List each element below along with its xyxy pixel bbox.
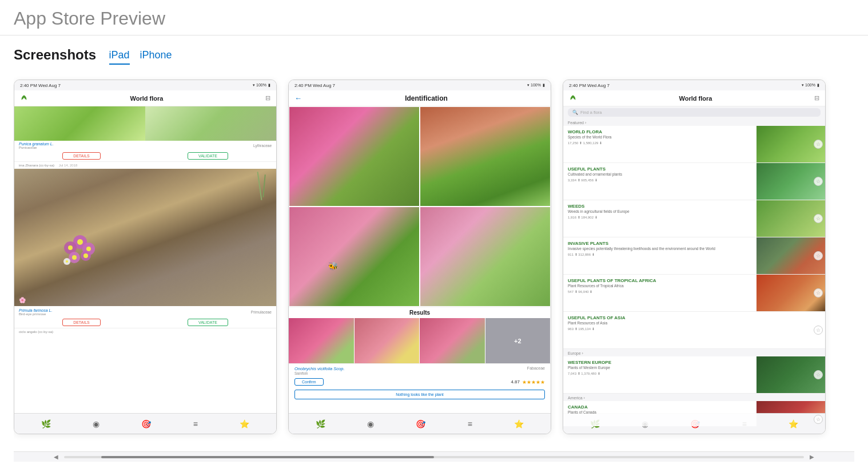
- flora-name-1: USEFUL PLANTS: [568, 166, 752, 172]
- nav-icon-plant[interactable]: 🌿: [41, 419, 51, 429]
- nav2-icon-star[interactable]: ⭐: [514, 419, 524, 429]
- plant2-name: Primula farinosa L.: [19, 308, 52, 312]
- svg-point-1: [77, 239, 83, 245]
- photo-credit-2: ciclo angelo (cc-by-sa): [19, 330, 53, 334]
- page-header: App Store Preview: [0, 0, 868, 35]
- photo-grid: 🐝: [289, 106, 551, 307]
- nav-icon-circle[interactable]: ◉: [93, 419, 99, 429]
- plant1-name: Punica granatum L.: [19, 142, 54, 146]
- flora-desc-4: Plant Resources of Tropical Africa: [568, 284, 752, 288]
- status-time-2: 2:40 PM Wed Aug 7: [294, 83, 335, 88]
- flora-stats-3: 911 ⬆ 312,886 ⬇: [568, 252, 752, 256]
- status-bar-2: 2:40 PM Wed Aug 7 ▾ 100% ▮: [289, 80, 551, 90]
- flora-desc-6: Plants of Western Europe: [568, 366, 752, 370]
- flora-star-4[interactable]: ☆: [814, 288, 823, 298]
- confirm-button[interactable]: Confirm: [294, 378, 324, 386]
- nav2-icon-list[interactable]: ≡: [468, 419, 472, 429]
- status-time-3: 2:40 PM Wed Aug 7: [569, 83, 610, 88]
- svg-point-7: [72, 255, 77, 260]
- search-box[interactable]: 🔍 Find a flora: [568, 108, 821, 117]
- svg-point-5: [86, 247, 91, 251]
- flora-stats-4: 547 ⬆ 96,040 ⬇: [568, 289, 752, 293]
- tab-iphone[interactable]: iPhone: [140, 49, 172, 65]
- flora-star-5[interactable]: ☆: [814, 326, 823, 335]
- nav-icon-list[interactable]: ≡: [193, 419, 198, 429]
- devices-row: 2:40 PM Wed Aug 7 ▾ 100% ▮ World flora ⊟: [14, 74, 854, 451]
- nav-icon-star[interactable]: ⭐: [240, 419, 249, 429]
- filter-icon-1[interactable]: ⊟: [265, 94, 270, 102]
- flora-desc-5: Plant Resources of Asia: [568, 321, 752, 325]
- flora-star-0[interactable]: ☆: [814, 140, 823, 149]
- svg-point-3: [68, 245, 73, 250]
- nav2-icon-circle[interactable]: ◉: [367, 419, 374, 429]
- nav2-icon-plant[interactable]: 🌿: [316, 419, 325, 429]
- svg-point-11: [66, 260, 68, 263]
- app-header-3: World flora ⊟: [563, 90, 825, 106]
- flora-star-1[interactable]: ☆: [814, 177, 823, 186]
- section-featured[interactable]: Featured ›: [563, 118, 825, 126]
- section-europe[interactable]: Europe ›: [563, 349, 825, 356]
- flora-star-6[interactable]: ☆: [814, 370, 823, 379]
- nav-icon-camera[interactable]: 🎯: [141, 419, 151, 429]
- status-time-1: 2:40 PM Wed Aug 7: [20, 83, 61, 88]
- back-button[interactable]: ←: [294, 94, 302, 102]
- flora-star-2[interactable]: ☆: [814, 214, 823, 223]
- photo-cell-bl: 🐝: [289, 207, 420, 307]
- plant2-family: Primulaceae: [251, 310, 272, 314]
- nothing-looks-button[interactable]: Nothing looks like the plant: [294, 390, 545, 399]
- nav3-icon-star[interactable]: ⭐: [789, 419, 798, 429]
- flora-desc-7: Plants of Canada: [568, 410, 752, 414]
- device-frame-3: 2:40 PM Wed Aug 7 ▾ 100% ▮ World flora ⊟: [563, 80, 826, 434]
- app-header-1: World flora ⊟: [14, 90, 276, 106]
- photo-bl-img: 🐝: [289, 207, 419, 306]
- section-america[interactable]: America ›: [563, 394, 825, 401]
- flora-item-5[interactable]: USEFUL PLANTS OF ASIA Plant Resources of…: [563, 312, 825, 349]
- flora-item-3[interactable]: INVASIVE PLANTS Invasive species potenti…: [563, 237, 825, 275]
- flora-star-7[interactable]: ☆: [814, 415, 823, 424]
- flora-item-6[interactable]: WESTERN EUROPE Plants of Western Europe …: [563, 356, 825, 394]
- validate-btn-1[interactable]: VALIDATE: [188, 152, 228, 160]
- status-icons-3: ▾ 100% ▮: [802, 83, 819, 88]
- flora-item-1[interactable]: USEFUL PLANTS Cultivated and ornamental …: [563, 163, 825, 200]
- result-subfamily: Sainfoin: [294, 371, 345, 375]
- details-btn-2[interactable]: DETAILS: [62, 319, 101, 326]
- flora-star-3[interactable]: ☆: [814, 251, 823, 260]
- plant-image-top: [14, 106, 276, 141]
- flora-name-4: USEFUL PLANTS OF TROPICAL AFRICA: [568, 278, 752, 283]
- bottom-nav-1: 🌿 ◉ 🎯 ≡ ⭐: [14, 413, 276, 434]
- flora-list: Featured › WORLD FLORA Species of the Wo…: [563, 118, 825, 426]
- flora-desc-0: Species of the World Flora: [568, 135, 752, 139]
- validate-btn-2[interactable]: VALIDATE: [188, 319, 228, 326]
- devices-scroll-wrapper: 2:40 PM Wed Aug 7 ▾ 100% ▮ World flora ⊟: [14, 74, 854, 462]
- title-light: Preview: [95, 8, 165, 29]
- flora-stats-5: 963 ⬆ 195,134 ⬇: [568, 327, 752, 331]
- flora-item-2[interactable]: WEEDS Weeds in agricultural fields of Eu…: [563, 200, 825, 237]
- title-bold: App Store: [14, 8, 95, 29]
- photo-cell-tl: [289, 106, 420, 207]
- flora-desc-1: Cultivated and ornamental plants: [568, 172, 752, 176]
- photo-cell-tr: [420, 106, 551, 207]
- flora-stats-2: 1,916 ⬆ 184,902 ⬇: [568, 215, 752, 219]
- tab-ipad[interactable]: iPad: [109, 49, 130, 65]
- details-btn-1[interactable]: DETAILS: [62, 152, 101, 160]
- scroll-thumb[interactable]: [101, 456, 434, 458]
- flora-item-0[interactable]: WORLD FLORA Species of the World Flora 1…: [563, 126, 825, 163]
- search-placeholder: Find a flora: [580, 110, 602, 115]
- result-score: 4.87: [511, 379, 520, 384]
- flora-desc-2: Weeds in agricultural fields of Europe: [568, 209, 752, 213]
- flora-item-text-6: WESTERN EUROPE Plants of Western Europe …: [563, 356, 756, 393]
- screenshots-heading: Screenshots: [14, 47, 96, 62]
- flora-item-text-0: WORLD FLORA Species of the World Flora 1…: [563, 126, 756, 162]
- screen2-header: ← Identification: [289, 90, 551, 106]
- flora-item-4[interactable]: USEFUL PLANTS OF TROPICAL AFRICA Plant R…: [563, 275, 825, 312]
- scroll-right-arrow[interactable]: ▶: [804, 454, 820, 460]
- scroll-track[interactable]: [64, 456, 804, 458]
- nav2-icon-camera[interactable]: 🎯: [416, 419, 425, 429]
- action-buttons-1: DETAILS VALIDATE: [14, 150, 276, 162]
- filter-icon-3[interactable]: ⊟: [814, 94, 819, 102]
- confirm-row: Confirm 4.87 ★★★★★: [289, 376, 551, 387]
- search-area: 🔍 Find a flora: [563, 106, 825, 118]
- scroll-left-arrow[interactable]: ◀: [48, 454, 64, 460]
- flower-svg: [54, 226, 106, 277]
- plant-img-left: [14, 106, 145, 141]
